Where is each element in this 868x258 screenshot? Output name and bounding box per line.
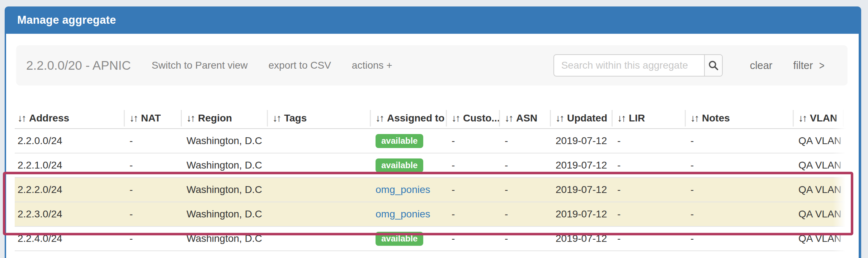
manage-aggregate-panel: Manage aggregate 2.2.0.0/20 - APNIC Swit… xyxy=(5,6,861,258)
cell-tags xyxy=(267,226,370,251)
table-row: 2.2.3.0/24-Washington, D.Comg_ponies--20… xyxy=(15,202,848,226)
actions-menu-link[interactable]: actions + xyxy=(352,60,392,71)
aggregate-table: ↓↑Address↓↑NAT↓↑Region↓↑Tags↓↑Assigned t… xyxy=(15,108,848,251)
sort-arrows-icon: ↓↑ xyxy=(505,112,513,124)
cell-asn: - xyxy=(499,129,550,153)
switch-to-parent-view-link[interactable]: Switch to Parent view xyxy=(152,60,248,71)
cell-customer: - xyxy=(446,226,499,251)
column-header-label: Notes xyxy=(702,112,730,124)
column-header-label: Tags xyxy=(284,112,307,124)
cell-vlan: QA VLAN xyxy=(793,153,843,178)
filter-link[interactable]: filter > xyxy=(793,60,825,72)
cell-stub xyxy=(843,129,848,153)
sort-arrows-icon: ↓↑ xyxy=(798,112,806,124)
cell-region: Washington, D.C xyxy=(181,129,267,153)
cell-lir: - xyxy=(612,226,685,251)
cell-assigned: available xyxy=(370,129,446,153)
cell-region: Washington, D.C xyxy=(181,178,267,202)
column-header-notes[interactable]: ↓↑Notes xyxy=(685,108,793,129)
sort-arrows-icon: ↓↑ xyxy=(18,112,25,124)
cell-address: 2.2.3.0/24 xyxy=(15,202,124,226)
search-group xyxy=(553,54,723,77)
column-header-region[interactable]: ↓↑Region xyxy=(181,108,267,129)
column-header-label: ASN xyxy=(516,112,537,124)
table-row: 2.2.0.0/24-Washington, D.Cavailable--201… xyxy=(15,129,848,153)
table-row: 2.2.1.0/24-Washington, D.Cavailable--201… xyxy=(15,153,848,178)
cell-vlan: QA VLAN xyxy=(793,226,843,251)
cell-assigned: available xyxy=(370,153,446,178)
cell-nat: - xyxy=(124,202,181,226)
column-header-label: VLAN xyxy=(810,112,837,124)
cell-vlan: QA VLAN xyxy=(793,202,843,226)
filter-link-label: filter xyxy=(793,60,813,72)
cell-lir: - xyxy=(612,202,685,226)
cell-asn: - xyxy=(499,178,550,202)
clear-link[interactable]: clear xyxy=(750,60,773,72)
sort-arrows-icon: ↓↑ xyxy=(129,112,137,124)
column-header-tags[interactable]: ↓↑Tags xyxy=(267,108,370,129)
export-to-csv-link[interactable]: export to CSV xyxy=(269,60,331,71)
cell-customer: - xyxy=(446,202,499,226)
cell-updated: 2019-07-12 xyxy=(550,153,612,178)
cell-address: 2.2.4.0/24 xyxy=(15,226,124,251)
cell-asn: - xyxy=(499,226,550,251)
cell-region: Washington, D.C xyxy=(181,226,267,251)
column-header-assigned[interactable]: ↓↑Assigned to xyxy=(370,108,446,129)
cell-nat: - xyxy=(124,153,181,178)
cell-notes: - xyxy=(685,226,793,251)
cell-tags xyxy=(267,178,370,202)
cell-updated: 2019-07-12 xyxy=(550,202,612,226)
cell-region: Washington, D.C xyxy=(181,202,267,226)
search-input[interactable] xyxy=(554,55,704,76)
cell-notes: - xyxy=(685,129,793,153)
assigned-to-link[interactable]: omg_ponies xyxy=(376,184,430,195)
aggregate-table-area: ↓↑Address↓↑NAT↓↑Region↓↑Tags↓↑Assigned t… xyxy=(15,108,848,251)
column-header-label: Region xyxy=(198,112,232,124)
cell-tags xyxy=(267,202,370,226)
cell-vlan: QA VLAN xyxy=(793,178,843,202)
column-header-nat[interactable]: ↓↑NAT xyxy=(124,108,181,129)
cell-asn: - xyxy=(499,202,550,226)
cell-stub xyxy=(843,202,848,226)
panel-title-bar: Manage aggregate xyxy=(5,6,861,34)
cell-updated: 2019-07-12 xyxy=(550,178,612,202)
cell-region: Washington, D.C xyxy=(181,153,267,178)
sort-arrows-icon: ↓↑ xyxy=(556,112,563,124)
column-header-lir[interactable]: ↓↑LIR xyxy=(612,108,685,129)
table-header-row: ↓↑Address↓↑NAT↓↑Region↓↑Tags↓↑Assigned t… xyxy=(15,108,848,129)
assigned-to-link[interactable]: omg_ponies xyxy=(376,208,430,220)
cell-lir: - xyxy=(612,178,685,202)
search-button[interactable] xyxy=(704,55,722,76)
cell-assigned: omg_ponies xyxy=(370,202,446,226)
sort-arrows-icon: ↓↑ xyxy=(187,112,194,124)
cell-vlan: QA VLAN xyxy=(793,129,843,153)
panel-body: 2.2.0.0/20 - APNIC Switch to Parent view… xyxy=(6,34,859,258)
column-header-address[interactable]: ↓↑Address xyxy=(15,108,124,129)
cell-assigned: omg_ponies xyxy=(370,178,446,202)
table-row: 2.2.4.0/24-Washington, D.Cavailable--201… xyxy=(15,226,848,251)
sort-arrows-icon: ↓↑ xyxy=(617,112,625,124)
status-badge: available xyxy=(376,232,423,246)
aggregate-label: 2.2.0.0/20 - APNIC xyxy=(26,58,131,73)
column-header-asn[interactable]: ↓↑ASN xyxy=(499,108,550,129)
cell-notes: - xyxy=(685,153,793,178)
cell-stub xyxy=(843,226,848,251)
cell-address: 2.2.2.0/24 xyxy=(15,178,124,202)
column-header-updated[interactable]: ↓↑Updated xyxy=(550,108,612,129)
column-header-vlan[interactable]: ↓↑VLAN xyxy=(793,108,843,129)
search-icon xyxy=(708,60,719,71)
cell-customer: - xyxy=(446,129,499,153)
cell-lir: - xyxy=(612,129,685,153)
sort-arrows-icon: ↓↑ xyxy=(273,112,280,124)
column-header-label: Assigned to xyxy=(387,112,444,124)
cell-tags xyxy=(267,129,370,153)
cell-stub xyxy=(843,153,848,178)
cell-updated: 2019-07-12 xyxy=(550,226,612,251)
column-header-customer[interactable]: ↓↑Custo... xyxy=(446,108,499,129)
column-header-label: Address xyxy=(29,112,69,124)
cell-tags xyxy=(267,153,370,178)
sort-arrows-icon: ↓↑ xyxy=(452,112,459,124)
column-header-stub xyxy=(843,108,848,129)
column-header-label: LIR xyxy=(629,112,645,124)
column-header-label: NAT xyxy=(141,112,161,124)
